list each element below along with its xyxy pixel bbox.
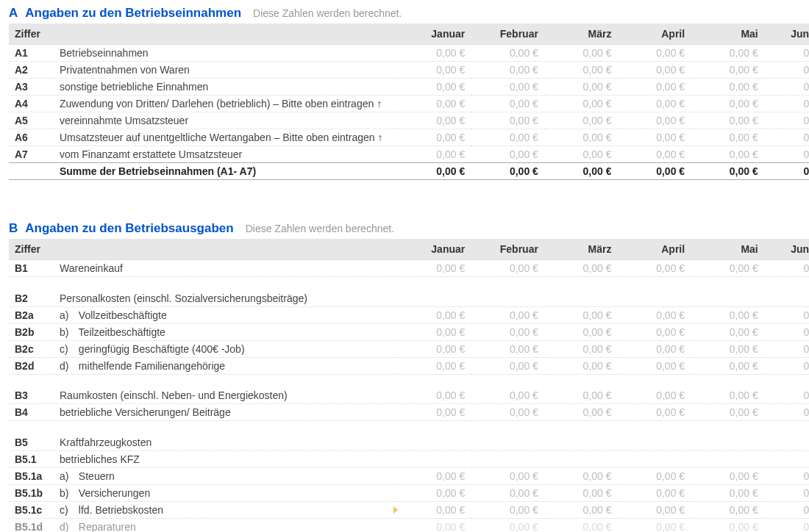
sum-row: Summe der Betriebseinnahmen (A1- A7)0,00… xyxy=(9,163,809,180)
cell-value: 0,00 € xyxy=(691,357,764,374)
cell-value: 0,00 € xyxy=(691,45,764,62)
section-a: A Angaben zu den Betriebseinnahmen Diese… xyxy=(9,6,809,180)
cell-value: 0,00 € xyxy=(398,501,471,518)
cell-value: 0,00 € xyxy=(618,146,691,163)
cell-value: 0,00 € xyxy=(691,79,764,96)
section-a-letter: A xyxy=(9,6,18,21)
cell-value: 0,00 € xyxy=(471,45,544,62)
ziffer-cell: B5.1a xyxy=(9,467,54,484)
cell-value: 0,00 € xyxy=(398,79,471,96)
desc-cell: Kraftfahrzeugkosten xyxy=(54,434,398,451)
cell-value: 0,00 € xyxy=(544,501,618,518)
cell-empty xyxy=(398,290,471,307)
cell-value-cut: 0,0 xyxy=(764,129,809,146)
cell-value: 0,00 € xyxy=(471,306,544,323)
cell-value-cut: 0,0 xyxy=(764,323,809,340)
table-row: B5.1cc) lfd. Betriebskosten0,00 €0,00 €0… xyxy=(9,501,809,518)
cell-value: 0,00 € xyxy=(691,323,764,340)
cell-value: 0,00 € xyxy=(544,45,618,62)
cell-value: 0,00 € xyxy=(691,129,764,146)
cell-value: 0,00 € xyxy=(691,306,764,323)
col-m1: Februar xyxy=(471,24,544,45)
cell-value: 0,00 € xyxy=(618,404,691,421)
cell-value: 0,00 € xyxy=(618,163,691,180)
cell-value: 0,00 € xyxy=(544,79,618,96)
cell-value: 0,00 € xyxy=(618,340,691,357)
desc-cell: vom Finanzamt erstattete Umsatzsteuer xyxy=(54,146,398,163)
cell-value: 0,00 € xyxy=(398,484,471,501)
section-b-title: Angaben zu den Betriebsausgaben xyxy=(25,221,233,236)
desc-cell: Personalkosten (einschl. Sozialversicher… xyxy=(54,290,398,307)
cell-value: 0,00 € xyxy=(471,146,544,163)
cell-empty xyxy=(398,450,471,467)
desc-cell: Summe der Betriebseinnahmen (A1- A7) xyxy=(54,163,398,180)
desc-cell: betriebliche Versicherungen/ Beiträge xyxy=(54,404,398,421)
cell-value: 0,00 € xyxy=(618,62,691,79)
table-row: B4betriebliche Versicherungen/ Beiträge0… xyxy=(9,404,809,421)
ziffer-cell: A4 xyxy=(9,96,54,112)
cell-value: 0,00 € xyxy=(691,467,764,484)
desc-cell: c) lfd. Betriebskosten xyxy=(54,501,398,518)
desc-cell: Betriebseinnahmen xyxy=(54,45,398,62)
table-row: B5.1betriebliches KFZ xyxy=(9,450,809,467)
desc-cell: betriebliches KFZ xyxy=(54,450,398,467)
cell-value: 0,00 € xyxy=(471,340,544,357)
cell-value-cut: 0,0 xyxy=(764,484,809,501)
cell-value: 0,00 € xyxy=(544,484,618,501)
cell-value: 0,00 € xyxy=(398,146,471,163)
desc-cell: c) geringfügig Beschäftigte (400€ -Job) xyxy=(54,340,398,357)
table-row: B2cc) geringfügig Beschäftigte (400€ -Jo… xyxy=(9,340,809,357)
cell-value: 0,00 € xyxy=(471,96,544,112)
cell-value: 0,00 € xyxy=(691,404,764,421)
ziffer-cell: B5.1b xyxy=(9,484,54,501)
cell-empty xyxy=(544,434,618,451)
cell-value-cut: 0,0 xyxy=(764,306,809,323)
cell-value: 0,00 € xyxy=(544,323,618,340)
cell-value: 0,00 € xyxy=(544,112,618,129)
cell-value-cut: 0,0 xyxy=(764,340,809,357)
cell-value: 0,00 € xyxy=(691,518,764,532)
ziffer-cell: A1 xyxy=(9,45,54,62)
ziffer-cell: B2d xyxy=(9,357,54,374)
cell-empty xyxy=(764,450,809,467)
col-m2: März xyxy=(544,24,618,45)
cell-value: 0,00 € xyxy=(618,323,691,340)
cell-value-cut: 0,0 xyxy=(764,518,809,532)
cell-value: 0,00 € xyxy=(471,501,544,518)
cell-empty xyxy=(398,434,471,451)
cell-value: 0,00 € xyxy=(618,357,691,374)
cell-value: 0,00 € xyxy=(471,518,544,532)
table-row: A2Privatentnahmen von Waren0,00 €0,00 €0… xyxy=(9,62,809,79)
ziffer-cell: B3 xyxy=(9,387,54,404)
ziffer-cell: A5 xyxy=(9,112,54,129)
cell-value: 0,00 € xyxy=(544,340,618,357)
cell-value: 0,00 € xyxy=(471,129,544,146)
ziffer-cell: A2 xyxy=(9,62,54,79)
cell-value: 0,00 € xyxy=(471,260,544,277)
cell-value: 0,00 € xyxy=(398,387,471,404)
cell-value: 0,00 € xyxy=(544,518,618,532)
ziffer-cell: B2 xyxy=(9,290,54,307)
col-m3: April xyxy=(618,24,691,45)
desc-cell: vereinnahmte Umsatzsteuer xyxy=(54,112,398,129)
section-b-hint: Diese Zahlen werden berechnet. xyxy=(246,223,394,234)
desc-cell: b) Teilzeitbeschäftigte xyxy=(54,323,398,340)
col-b-m4: Mai xyxy=(691,239,764,260)
cell-empty xyxy=(691,434,764,451)
cell-empty xyxy=(471,450,544,467)
cell-value: 0,00 € xyxy=(398,129,471,146)
cell-value: 0,00 € xyxy=(398,112,471,129)
cell-value: 0,00 € xyxy=(691,146,764,163)
ziffer-cell: B5 xyxy=(9,434,54,451)
cell-empty xyxy=(764,290,809,307)
table-b-head-row: Ziffer Januar Februar März April Mai Jun… xyxy=(9,239,809,260)
col-m5: Juni xyxy=(764,24,809,45)
cell-value: 0,00 € xyxy=(544,163,618,180)
cell-value: 0,00 € xyxy=(544,129,618,146)
cell-value: 0,00 € xyxy=(691,260,764,277)
section-b: B Angaben zu den Betriebsausgaben Diese … xyxy=(9,221,809,532)
ziffer-cell: B2a xyxy=(9,306,54,323)
cell-value: 0,00 € xyxy=(618,518,691,532)
cell-empty xyxy=(691,290,764,307)
col-desc xyxy=(54,24,398,45)
